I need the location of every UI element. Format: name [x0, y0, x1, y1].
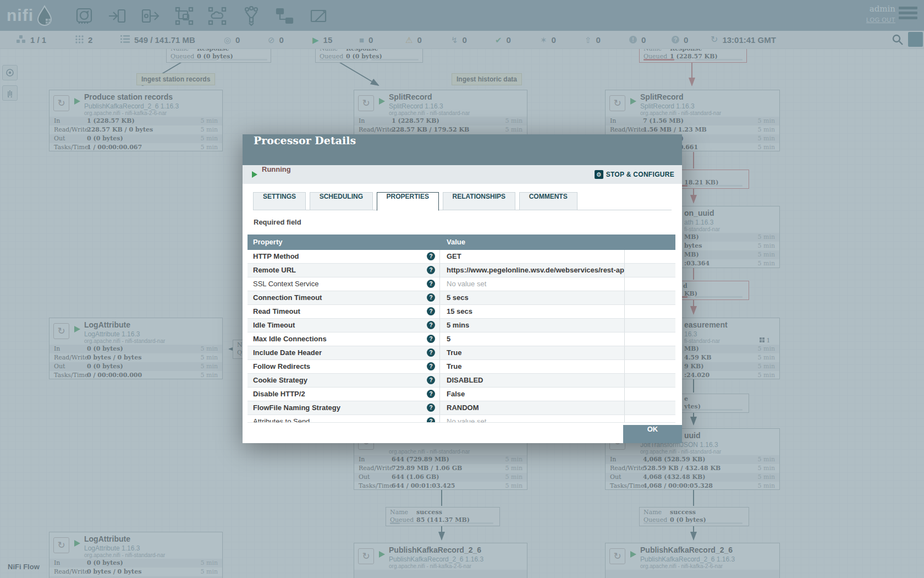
dialog-header: Processor Details: [243, 134, 682, 165]
property-value: True: [440, 346, 625, 359]
help-icon[interactable]: ?: [427, 417, 435, 423]
tab-comments[interactable]: COMMENTS: [519, 192, 578, 210]
help-icon[interactable]: ?: [427, 403, 435, 412]
property-value: 5 secs: [440, 291, 625, 304]
property-value: 5 mins: [440, 319, 625, 332]
help-icon[interactable]: ?: [427, 376, 435, 384]
table-row: Max Idle Connections?5: [248, 332, 675, 346]
table-row: Read Timeout?15 secs: [248, 305, 675, 319]
running-status-icon: [252, 171, 257, 178]
table-header: Property Value: [248, 235, 675, 250]
help-icon[interactable]: ?: [427, 293, 435, 302]
column-value: Value: [440, 235, 625, 250]
ok-button[interactable]: OK: [623, 425, 682, 443]
table-row: Cookie Strategy?DISABLED: [248, 374, 675, 388]
property-value: False: [440, 388, 625, 401]
table-row: Include Date Header?True: [248, 346, 675, 360]
column-property: Property: [248, 235, 440, 250]
help-icon[interactable]: ?: [427, 362, 435, 370]
help-icon[interactable]: ?: [427, 348, 435, 357]
running-status-text: Running: [262, 165, 291, 173]
help-icon[interactable]: ?: [427, 280, 435, 288]
table-row: SSL Context Service?No value set: [248, 277, 675, 291]
property-value: 5: [440, 332, 625, 346]
required-field-note: Required field: [254, 218, 301, 226]
property-value: DISABLED: [440, 374, 625, 387]
table-row: FlowFile Naming Strategy?RANDOM: [248, 401, 675, 415]
tab-scheduling[interactable]: SCHEDULING: [310, 192, 373, 210]
stop-configure-icon: ⚙: [595, 170, 603, 179]
table-row: Idle Timeout?5 mins: [248, 319, 675, 332]
table-row: Connection Timeout?5 secs: [248, 291, 675, 305]
help-icon[interactable]: ?: [427, 266, 435, 274]
dialog-title: Processor Details: [254, 134, 356, 146]
table-row: Disable HTTP/2?False: [248, 388, 675, 401]
processor-details-dialog: Processor Details Running ⚙ STOP & CONFI…: [243, 134, 682, 443]
tab-properties[interactable]: PROPERTIES: [377, 192, 439, 211]
tab-settings[interactable]: SETTINGS: [253, 192, 306, 210]
help-icon[interactable]: ?: [427, 335, 435, 343]
table-row: Remote URL?https://www.pegelonline.wsv.d…: [248, 264, 675, 277]
help-icon[interactable]: ?: [427, 307, 435, 315]
property-value: No value set: [440, 277, 625, 291]
property-value: True: [440, 360, 625, 373]
table-row: Follow Redirects?True: [248, 360, 675, 374]
property-value: No value set: [440, 415, 625, 422]
tab-relationships[interactable]: RELATIONSHIPS: [443, 192, 515, 210]
help-icon[interactable]: ?: [427, 321, 435, 329]
property-value: https://www.pegelonline.wsv.de/webservic…: [440, 264, 625, 277]
stop-and-configure-button[interactable]: ⚙ STOP & CONFIGURE: [595, 165, 674, 184]
property-value: RANDOM: [440, 401, 625, 415]
table-row: HTTP Method?GET: [248, 250, 675, 264]
table-row-clipped: Attributes to Send?No value set: [248, 415, 675, 423]
dialog-tabs: SETTINGS SCHEDULING PROPERTIES RELATIONS…: [253, 192, 672, 210]
property-value: GET: [440, 250, 625, 263]
dialog-status-bar: Running ⚙ STOP & CONFIGURE: [243, 165, 682, 184]
help-icon[interactable]: ?: [427, 252, 435, 260]
property-value: 15 secs: [440, 305, 625, 318]
help-icon[interactable]: ?: [427, 390, 435, 398]
properties-table: Property Value HTTP Method?GET Remote UR…: [248, 235, 675, 423]
